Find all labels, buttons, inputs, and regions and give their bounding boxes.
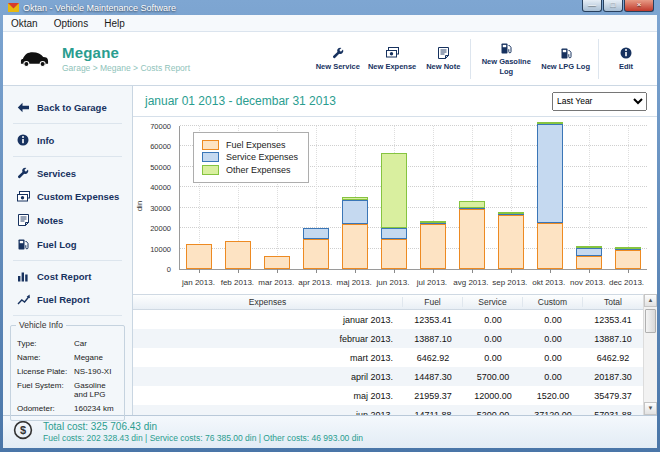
window-controls: — □ × — [581, 0, 654, 12]
field-value: 160234 km — [74, 404, 114, 413]
cell-value: 0.00 — [463, 334, 523, 344]
date-range-label: januar 01 2013 - decembar 31 2013 — [145, 94, 336, 108]
field-label: Fuel System: — [17, 381, 74, 399]
cell-month: mart 2013. — [133, 353, 403, 363]
period-select[interactable]: Last Year — [552, 92, 647, 111]
field-label: License Plate: — [17, 367, 74, 376]
toolbar-button-new-gasoline-log[interactable]: New Gasoline Log — [475, 39, 537, 78]
cell-value: 21959.37 — [403, 391, 463, 401]
menu-options[interactable]: Options — [46, 17, 96, 30]
minimize-button[interactable]: — — [582, 0, 602, 12]
sidebar-item-cost-report[interactable]: Cost Report — [3, 265, 132, 288]
sidebar-item-label: Fuel Report — [37, 294, 90, 305]
y-axis-labels: 010000200003000040000500006000070000 — [133, 126, 177, 270]
sidebar-item-label: Info — [37, 135, 54, 146]
x-tick — [433, 269, 434, 273]
y-tick-label: 50000 — [135, 163, 171, 172]
wrench-icon — [332, 46, 344, 60]
expenses-table: ExpensesFuelServiceCustomTotal januar 20… — [133, 294, 657, 415]
grid-line — [180, 207, 647, 208]
toolbar-button-new-lpg-log[interactable]: New LPG Log — [537, 44, 594, 73]
bar-segment-service-expenses-jun-2013 — [381, 228, 407, 239]
sidebar-item-custom-expenses[interactable]: Custom Expenses — [3, 185, 132, 208]
toolbar-button-new-service[interactable]: New Service — [312, 44, 364, 73]
column-header-service[interactable]: Service — [463, 297, 523, 307]
sidebar-item-notes[interactable]: Notes — [3, 208, 132, 232]
grid-line — [180, 125, 647, 126]
bar-segment-fuel-expenses-mar-2013 — [264, 256, 290, 269]
legend-swatch — [202, 165, 219, 175]
cell-value: 12000.00 — [463, 391, 523, 401]
toolbar-button-label: New Service — [316, 62, 360, 71]
toolbar-button-new-expense[interactable]: New Expense — [364, 44, 420, 73]
legend-entry-fuel-expenses: Fuel Expenses — [202, 140, 298, 150]
bar-segment-service-expenses-okt-2013 — [537, 124, 563, 223]
sidebar-divider — [13, 123, 122, 124]
menu-help[interactable]: Help — [96, 17, 133, 30]
fuel-pump-icon — [560, 46, 572, 60]
dollar-circle-icon: $ — [13, 420, 33, 444]
bar-segment-other-expenses-sep-2013 — [498, 212, 524, 214]
total-cost-label: Total cost: 325 706.43 din — [43, 421, 363, 432]
legend-swatch — [202, 140, 219, 150]
bar-segment-other-expenses-nov-2013 — [576, 246, 602, 248]
toolbar-button-edit[interactable]: Edit — [603, 44, 649, 73]
toolbar-divider — [598, 39, 599, 79]
cell-month: februar 2013. — [133, 334, 403, 344]
bar-segment-fuel-expenses-dec-2013 — [615, 250, 641, 269]
cell-value: 1520.00 — [523, 391, 583, 401]
bar-segment-other-expenses-jul-2013 — [420, 221, 446, 223]
cell-month: maj 2013. — [133, 391, 403, 401]
y-tick-label: 30000 — [135, 204, 171, 213]
table-row-mart-2013[interactable]: mart 2013.6462.920.000.006462.92 — [133, 348, 643, 367]
oktan-logo-icon — [8, 2, 19, 13]
cell-value: 20187.30 — [583, 372, 643, 382]
title-bar[interactable]: Oktan - Vehicle Maintenance Software — □… — [3, 0, 657, 15]
table-row-februar-2013[interactable]: februar 2013.13887.100.000.0013887.10 — [133, 329, 643, 348]
scrollbar-thumb[interactable] — [645, 309, 656, 333]
maximize-button[interactable]: □ — [603, 0, 623, 12]
cell-value: 13887.10 — [403, 334, 463, 344]
bar-segment-fuel-expenses-okt-2013 — [537, 223, 563, 269]
column-header-custom[interactable]: Custom — [523, 297, 583, 307]
chart-legend: Fuel ExpensesService ExpensesOther Expen… — [193, 132, 309, 183]
bar-segment-fuel-expenses-jan-2013 — [186, 244, 212, 269]
table-scrollbar[interactable]: ▲ ▼ — [643, 294, 657, 415]
table-row-maj-2013[interactable]: maj 2013.21959.3712000.001520.0035479.37 — [133, 386, 643, 405]
cell-value: 0.00 — [463, 353, 523, 363]
column-header-expenses[interactable]: Expenses — [133, 297, 403, 307]
cell-value: 0.00 — [523, 353, 583, 363]
table-row-januar-2013[interactable]: januar 2013.12353.410.000.0012353.41 — [133, 310, 643, 329]
close-button[interactable]: × — [624, 0, 654, 12]
field-label: Odometer: — [17, 404, 74, 413]
cell-value: 12353.41 — [583, 315, 643, 325]
menu-oktan[interactable]: Oktan — [3, 17, 46, 30]
cell-month: april 2013. — [133, 372, 403, 382]
scroll-up-arrow[interactable]: ▲ — [644, 294, 657, 307]
sidebar-divider — [13, 156, 122, 157]
sidebar-item-fuel-report[interactable]: Fuel Report — [3, 288, 132, 311]
vehicle-info-license-plate: License Plate:NS-190-XI — [17, 367, 118, 376]
table-row-jun-2013[interactable]: jun 2013.14711.885200.0037120.0057031.88 — [133, 405, 643, 415]
column-header-fuel[interactable]: Fuel — [403, 297, 463, 307]
vehicle-info-type: Type:Car — [17, 339, 118, 348]
x-tick — [238, 269, 239, 273]
toolbar-button-label: New Gasoline Log — [479, 57, 533, 76]
toolbar-divider — [470, 39, 471, 79]
table-row-april-2013[interactable]: april 2013.14487.305700.000.0020187.30 — [133, 367, 643, 386]
x-tick — [511, 269, 512, 273]
scroll-down-arrow[interactable]: ▼ — [644, 402, 657, 415]
banknote-icon — [386, 46, 399, 60]
y-tick-label: 20000 — [135, 224, 171, 233]
fuel-pump-icon — [500, 41, 512, 55]
x-tick — [550, 269, 551, 273]
vehicle-info-title: Vehicle Info — [16, 320, 66, 330]
sidebar-item-back-to-garage[interactable]: Back to Garage — [3, 96, 132, 119]
toolbar-button-new-note[interactable]: New Note — [420, 44, 466, 73]
sidebar-item-services[interactable]: Services — [3, 161, 132, 185]
column-header-total[interactable]: Total — [583, 297, 643, 307]
sidebar-item-info[interactable]: Info — [3, 128, 132, 152]
car-icon — [19, 49, 50, 68]
sidebar-item-fuel-log[interactable]: Fuel Log — [3, 232, 132, 256]
note-icon — [438, 46, 449, 60]
